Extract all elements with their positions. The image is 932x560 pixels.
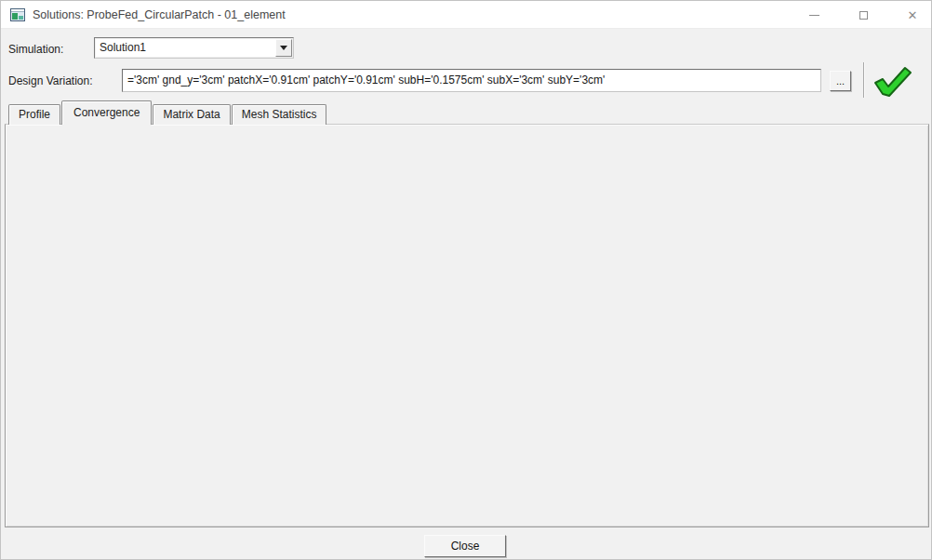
close-icon: ✕ — [908, 8, 918, 22]
window-title: Solutions: ProbeFed_CircularPatch - 01_e… — [33, 1, 286, 29]
close-button[interactable]: Close — [424, 535, 506, 557]
tab-bar: Profile Convergence Matrix Data Mesh Sta… — [8, 103, 327, 125]
maximize-button[interactable] — [847, 1, 879, 29]
tab-mesh-statistics[interactable]: Mesh Statistics — [232, 104, 327, 125]
title-bar: Solutions: ProbeFed_CircularPatch - 01_e… — [1, 1, 931, 29]
maximize-icon — [859, 11, 868, 20]
simulation-combobox[interactable]: Solution1 — [94, 37, 294, 59]
design-variation-label: Design Variation: — [8, 74, 93, 87]
simulation-label: Simulation: — [8, 43, 63, 56]
toolbar-divider — [863, 62, 864, 98]
tab-matrix-data[interactable]: Matrix Data — [153, 104, 230, 125]
close-window-button[interactable]: ✕ — [897, 1, 928, 29]
app-icon — [10, 8, 25, 21]
minimize-icon — [809, 15, 819, 16]
simulation-dropdown-button[interactable] — [275, 39, 292, 57]
tab-convergence[interactable]: Convergence — [61, 100, 152, 125]
chevron-down-icon — [280, 46, 287, 50]
convergence-tab-panel — [5, 124, 929, 527]
minimize-button[interactable] — [798, 1, 830, 29]
design-variation-field[interactable]: ='3cm' gnd_y='3cm' patchX='0.91cm' patch… — [122, 69, 821, 92]
simulation-value: Solution1 — [100, 38, 146, 58]
browse-button[interactable]: ... — [830, 71, 851, 91]
green-check-icon — [872, 66, 912, 98]
tab-profile[interactable]: Profile — [8, 104, 60, 125]
valid-check-button[interactable] — [870, 64, 914, 100]
solutions-dialog: Solutions: ProbeFed_CircularPatch - 01_e… — [0, 0, 932, 560]
